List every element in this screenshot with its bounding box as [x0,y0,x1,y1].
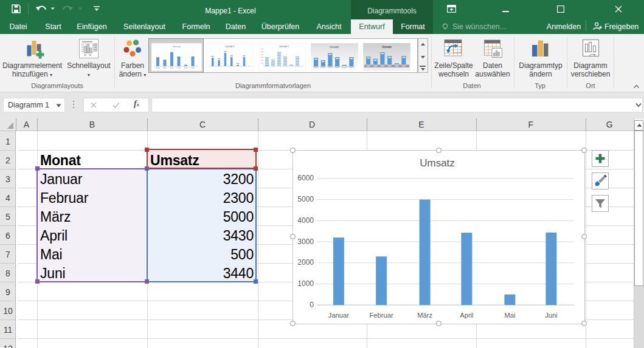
svg-text:Mai: Mai [504,311,515,318]
svg-text:April: April [460,311,473,318]
svg-text:Februar: Februar [370,311,393,318]
svg-text:Umsatz: Umsatz [382,46,392,49]
svg-text:UMSATZ: UMSATZ [225,45,235,48]
svg-text:2000: 2000 [297,258,314,267]
svg-text:0: 0 [310,300,314,309]
svg-text:Juni: Juni [545,311,558,318]
svg-text:5000: 5000 [297,195,314,203]
svg-text:Umsatz: Umsatz [172,45,181,48]
svg-text:3000: 3000 [297,237,314,245]
svg-text:1000: 1000 [297,279,314,288]
svg-text:UMSATZ: UMSATZ [279,45,289,48]
svg-text:6000: 6000 [297,174,314,182]
svg-text:Januar: Januar [328,311,349,318]
svg-text:Umsatz: Umsatz [330,46,339,49]
svg-text:4000: 4000 [297,216,314,224]
svg-text:März: März [417,311,432,318]
svg-text:Umsatz: Umsatz [420,157,455,168]
